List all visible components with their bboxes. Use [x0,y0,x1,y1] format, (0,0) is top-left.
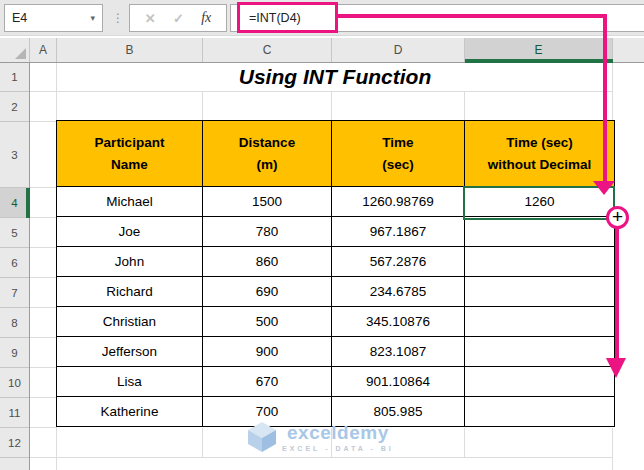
gridline [30,247,57,248]
row-header-11[interactable]: 11 [0,398,29,428]
select-all-corner[interactable] [0,38,30,62]
row-header-9[interactable]: 9 [0,338,29,368]
column-header-c[interactable]: C [203,38,332,62]
table-cell[interactable] [465,247,615,277]
name-box-value: E4 [12,11,27,25]
table-cell[interactable]: 860 [203,247,332,277]
row-header-2[interactable]: 2 [0,92,29,122]
gridline [331,91,332,122]
table-cell[interactable]: Katherine [57,397,203,427]
formula-highlight-box [237,2,338,33]
gridline [30,277,57,278]
table-cell[interactable]: Lisa [57,367,203,397]
table-cell[interactable]: 670 [203,367,332,397]
gridline [30,337,57,338]
gridline [30,427,57,428]
row-header-4-selected[interactable]: 4 [0,188,29,218]
sheet-title-cell[interactable]: Using INT Function [57,62,613,92]
gridline [464,91,465,122]
row-header-3[interactable]: 3 [0,122,29,188]
header-time-without-decimal[interactable]: Time (sec)without Decimal [465,121,615,187]
gridline [202,91,203,122]
table-cell[interactable]: 234.6785 [332,277,465,307]
table-cell[interactable]: 823.1087 [332,337,465,367]
insert-function-icon[interactable]: fx [201,10,211,26]
gridline [30,397,57,398]
data-table: ParticipantName Distance(m) Time(sec) Ti… [56,120,615,427]
header-time[interactable]: Time(sec) [332,121,465,187]
selected-column-underline [465,59,613,63]
exceldemy-watermark: exceldemy EXCEL - DATA - BI [248,422,394,452]
row-header-7[interactable]: 7 [0,278,29,308]
table-cell[interactable] [465,397,615,427]
table-cell[interactable]: Christian [57,307,203,337]
excel-window: E4 ▾ ⋮ ✕ ✓ fx =INT(D4) A B C D E 1 2 3 4… [0,0,644,470]
gridline [202,428,203,458]
select-all-triangle-icon [15,48,26,59]
drag-down-arrowhead-icon [606,358,626,378]
table-cell[interactable]: 900 [203,337,332,367]
cancel-icon[interactable]: ✕ [145,11,156,26]
row-header-8[interactable]: 8 [0,308,29,338]
drag-down-arrow-shaft [615,229,619,359]
table-cell[interactable]: Richard [57,277,203,307]
column-header-b[interactable]: B [57,38,203,62]
header-participant-name[interactable]: ParticipantName [57,121,203,187]
table-cell[interactable]: John [57,247,203,277]
column-header-a[interactable]: A [30,38,57,62]
gridline [30,367,57,368]
fill-handle[interactable]: + [606,206,629,229]
annotation-arrow-horizontal [337,14,603,18]
table-cell[interactable] [465,367,615,397]
table-cell[interactable]: 500 [203,307,332,337]
column-header-f-partial[interactable] [613,38,644,62]
arrowhead-down-icon [593,181,615,195]
table-cell[interactable]: 1500 [203,187,332,217]
table-cell[interactable]: 780 [203,217,332,247]
chevron-down-icon[interactable]: ▾ [90,13,95,23]
gridline [464,428,465,458]
table-cell[interactable]: Michael [57,187,203,217]
row-header-1[interactable]: 1 [0,63,29,92]
table-cell[interactable]: 901.10864 [332,367,465,397]
table-cell[interactable] [465,277,615,307]
header-distance[interactable]: Distance(m) [203,121,332,187]
cell-d4[interactable]: 1260.98769 [332,187,465,217]
formula-buttons: ✕ ✓ fx [129,4,227,32]
table-cell[interactable] [465,217,615,247]
table-cell[interactable]: 967.1867 [332,217,465,247]
table-cell[interactable]: 345.10876 [332,307,465,337]
selected-row-accent [26,188,30,218]
table-cell[interactable] [465,337,615,367]
gridline [30,187,57,188]
enter-icon[interactable]: ✓ [173,11,184,26]
formula-bar-splitter[interactable]: ⋮ [111,4,125,32]
gridline [30,457,613,458]
table-cell[interactable]: 690 [203,277,332,307]
annotation-arrow-vertical [603,14,607,182]
row-header-5[interactable]: 5 [0,218,29,248]
table-cell[interactable] [465,307,615,337]
table-cell[interactable]: Joe [57,217,203,247]
gridline [612,428,613,470]
gridline [30,217,57,218]
row-header-6[interactable]: 6 [0,248,29,278]
watermark-tagline: EXCEL - DATA - BI [282,445,394,452]
name-box[interactable]: E4 ▾ [4,4,103,32]
gridline [30,307,57,308]
row-header-band: 1 2 3 4 5 6 7 8 9 10 11 12 [0,63,30,470]
watermark-brand: exceldemy [287,423,389,442]
row-header-12[interactable]: 12 [0,428,29,458]
fill-handle-cursor-icon: + [612,207,623,226]
row-header-10[interactable]: 10 [0,368,29,398]
table-cell[interactable]: Jefferson [57,337,203,367]
exceldemy-logo-icon [248,422,276,452]
column-header-d[interactable]: D [332,38,465,62]
table-cell[interactable]: 567.2876 [332,247,465,277]
